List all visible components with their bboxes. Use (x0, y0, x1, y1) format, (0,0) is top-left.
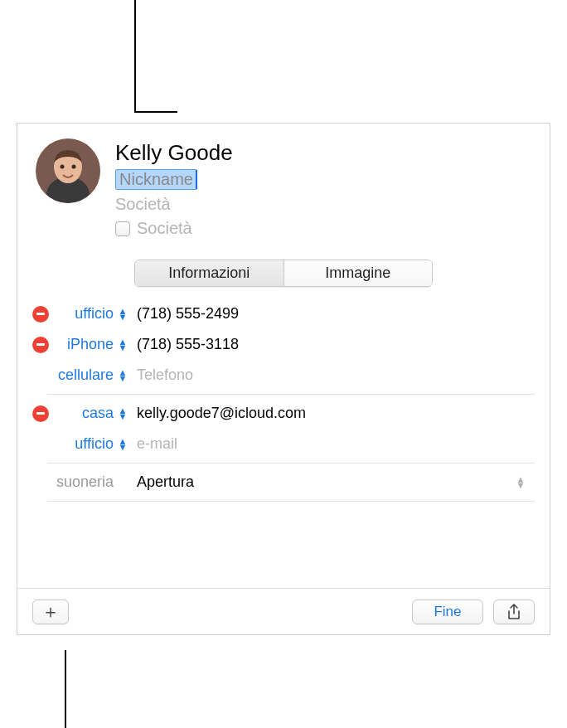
email-row: ufficio ▲▼ e-mail (32, 429, 535, 459)
ringtone-row: suoneria Apertura ▲▼ (32, 467, 535, 497)
ringtone-value[interactable]: Apertura (137, 473, 511, 491)
nickname-input[interactable]: Nickname (115, 169, 197, 190)
divider (47, 394, 535, 395)
updown-icon[interactable]: ▲▼ (117, 339, 128, 351)
phone-value[interactable]: (718) 555-2499 (137, 305, 535, 323)
divider (47, 463, 535, 463)
field-label-dropdown[interactable]: cellulare (51, 366, 115, 384)
svg-point-4 (61, 165, 65, 169)
field-label-dropdown[interactable]: ufficio (51, 305, 115, 323)
callout-line (134, 111, 177, 113)
share-button[interactable] (493, 599, 535, 624)
field-label-dropdown[interactable]: casa (51, 405, 115, 422)
plus-icon: ＋ (41, 599, 60, 624)
divider (47, 501, 535, 502)
phone-row: iPhone ▲▼ (718) 555-3118 (32, 329, 535, 360)
company-input[interactable]: Società (115, 195, 531, 214)
updown-icon[interactable]: ▲▼ (117, 370, 128, 381)
updown-icon[interactable]: ▲▼ (117, 408, 128, 420)
updown-icon[interactable]: ▲▼ (117, 308, 128, 320)
email-placeholder[interactable]: e-mail (137, 435, 535, 453)
phone-placeholder[interactable]: Telefono (137, 366, 535, 384)
contact-name[interactable]: Kelly Goode (115, 140, 531, 166)
partial-row: x (32, 505, 535, 527)
company-checkbox-label: Società (137, 219, 192, 238)
email-row: casa ▲▼ kelly.goode7@icloud.com (32, 398, 535, 429)
segmented-control: Informazioni Immagine (134, 260, 433, 287)
updown-icon[interactable]: ▲▼ (117, 439, 128, 450)
remove-icon[interactable] (32, 306, 49, 323)
remove-icon[interactable] (32, 337, 49, 353)
phone-value[interactable]: (718) 555-3118 (137, 336, 535, 353)
remove-icon[interactable] (32, 405, 49, 422)
fields-area: ufficio ▲▼ (718) 555-2499 iPhone ▲▼ (718… (17, 298, 550, 527)
bottom-toolbar: ＋ Fine (17, 588, 550, 634)
field-label-dropdown[interactable]: ufficio (51, 435, 115, 453)
contact-edit-window: Kelly Goode Nickname Società Società Inf… (17, 123, 550, 635)
ringtone-label: suoneria (51, 473, 115, 491)
svg-point-5 (72, 165, 76, 169)
done-button[interactable]: Fine (412, 599, 483, 624)
share-icon (506, 604, 521, 620)
email-value[interactable]: kelly.goode7@icloud.com (137, 405, 535, 422)
callout-line (65, 650, 66, 728)
callout-line (134, 0, 136, 111)
field-label-dropdown[interactable]: iPhone (51, 336, 115, 353)
header: Kelly Goode Nickname Società Società (17, 124, 550, 243)
phone-row: cellulare ▲▼ Telefono (32, 360, 535, 391)
tab-info[interactable]: Informazioni (135, 260, 284, 286)
updown-icon[interactable]: ▲▼ (515, 477, 526, 488)
avatar[interactable] (36, 138, 100, 203)
phone-row: ufficio ▲▼ (718) 555-2499 (32, 298, 535, 329)
company-checkbox[interactable] (115, 221, 130, 236)
add-field-button[interactable]: ＋ (32, 599, 69, 624)
tab-image[interactable]: Immagine (284, 260, 433, 286)
